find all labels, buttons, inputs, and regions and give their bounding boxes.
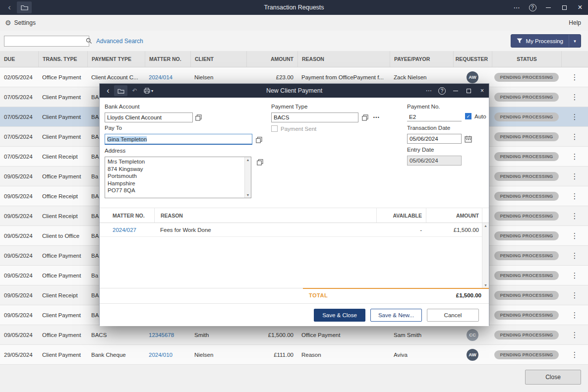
dialog-folder-icon[interactable]	[114, 85, 127, 96]
dialog-cell-amount: £1,500.00	[426, 223, 482, 236]
dialog-table-scrollbar[interactable]: ▲ ▼	[482, 223, 489, 288]
cell-trans-type: Office Payment	[38, 325, 87, 344]
transaction-date-input[interactable]	[407, 134, 462, 144]
column-header-payee-payor[interactable]: PAYEE/PAYOR	[390, 51, 453, 67]
my-processing-button[interactable]: My Processing ▾	[511, 34, 581, 48]
dialog-cell-available: -	[376, 223, 426, 236]
dialog-back-icon[interactable]: ‹	[103, 84, 114, 98]
cell-payment-type: Bank Cheque	[87, 345, 145, 364]
dialog-column-matter-no[interactable]: MATTER NO.	[100, 208, 154, 223]
dialog-column-amount[interactable]: AMOUNT	[426, 208, 482, 223]
status-badge: PENDING PROCESSING	[494, 132, 558, 141]
row-menu-icon[interactable]: ⋮	[571, 311, 579, 320]
dialog-matter-no-link[interactable]: 2024/027	[100, 223, 154, 236]
bank-account-input[interactable]	[105, 112, 193, 122]
scroll-up-icon[interactable]: ▲	[484, 224, 487, 227]
cancel-button[interactable]: Cancel	[427, 309, 479, 322]
column-header-reason[interactable]: REASON	[297, 51, 390, 67]
payment-type-more-button[interactable]: ⋯	[371, 113, 381, 121]
scroll-down-icon[interactable]: ▼	[246, 193, 250, 197]
row-menu-icon[interactable]: ⋮	[571, 291, 579, 300]
maximize-icon[interactable]	[556, 0, 572, 15]
cell-due: 07/05/2024	[0, 107, 38, 126]
toolbar: Advanced Search My Processing ▾	[0, 31, 588, 51]
table-row[interactable]: 09/05/2024 Office Payment BACS 12345678 …	[0, 325, 588, 345]
auto-checkbox-row: ✓ Auto	[465, 113, 486, 119]
table-row[interactable]: 29/05/2024 Client Payment Bank Cheque 20…	[0, 345, 588, 365]
search-input[interactable]	[4, 36, 86, 46]
payment-sent-label: Payment Sent	[281, 126, 316, 132]
cell-due: 07/05/2024	[0, 87, 38, 107]
help-menu[interactable]: Help	[569, 19, 581, 26]
dialog-more-icon[interactable]: ⋯	[422, 84, 435, 98]
column-header-amount[interactable]: AMOUNT	[246, 51, 297, 67]
row-menu-icon[interactable]: ⋮	[571, 251, 579, 260]
dialog-cell-reason: Fees for Work Done	[154, 223, 376, 236]
cell-status: PENDING PROCESSING	[492, 127, 561, 146]
dialog-maximize-icon[interactable]	[462, 84, 475, 98]
scroll-up-icon[interactable]: ▲	[246, 158, 250, 162]
row-menu-icon[interactable]: ⋮	[571, 350, 579, 359]
row-menu-icon[interactable]: ⋮	[571, 112, 579, 121]
cell-trans-type: Client Receipt	[38, 147, 87, 166]
close-button[interactable]: Close	[525, 370, 581, 385]
row-menu-icon[interactable]: ⋮	[571, 331, 579, 339]
help-icon[interactable]: ?	[525, 0, 540, 15]
dialog-column-available[interactable]: AVAILABLE	[376, 208, 426, 223]
dialog-minimize-icon[interactable]	[449, 84, 462, 98]
payment-no-label: Payment No.	[407, 104, 440, 110]
save-and-close-button[interactable]: Save & Close	[314, 309, 365, 322]
save-and-new-button[interactable]: Save & New...	[370, 309, 422, 322]
row-menu-icon[interactable]: ⋮	[571, 192, 579, 201]
row-menu-icon[interactable]: ⋮	[571, 132, 579, 141]
matter-no-link[interactable]: 2024/010	[145, 345, 190, 364]
column-header-status[interactable]: STATUS	[492, 51, 561, 67]
payment-type-lookup-icon[interactable]	[360, 113, 369, 122]
row-menu-icon[interactable]: ⋮	[571, 152, 579, 161]
row-menu-icon[interactable]: ⋮	[571, 93, 579, 102]
row-menu-icon[interactable]: ⋮	[571, 73, 579, 82]
more-icon[interactable]: ⋯	[509, 0, 525, 15]
row-menu-icon[interactable]: ⋮	[571, 172, 579, 181]
pay-to-lookup-icon[interactable]	[254, 135, 263, 144]
cell-status: PENDING PROCESSING	[492, 246, 561, 265]
payment-no-input[interactable]	[407, 112, 462, 121]
row-menu-icon[interactable]: ⋮	[571, 212, 579, 221]
row-menu-icon[interactable]: ⋮	[571, 231, 579, 240]
print-icon[interactable]: ▾	[142, 84, 155, 98]
column-header-trans-type[interactable]: TRANS. TYPE	[38, 51, 87, 67]
address-scrollbar[interactable]: ▲ ▼	[244, 157, 251, 198]
payment-sent-checkbox[interactable]	[271, 125, 278, 132]
close-icon[interactable]: ×	[572, 0, 588, 15]
minimize-icon[interactable]	[540, 0, 556, 15]
cell-payee-payor: Aviva	[390, 345, 453, 364]
undo-icon[interactable]: ↶	[128, 84, 141, 98]
pay-to-field[interactable]: Gina Templeton	[105, 134, 252, 145]
column-header-due[interactable]: DUE	[0, 51, 38, 67]
dialog-close-icon[interactable]: ×	[475, 84, 489, 98]
settings-menu[interactable]: ⚙ Settings	[5, 19, 36, 27]
dialog-column-reason[interactable]: REASON	[154, 208, 376, 223]
column-header-requester[interactable]: REQUESTER	[453, 51, 492, 67]
advanced-search-link[interactable]: Advanced Search	[96, 38, 143, 45]
dialog-help-icon[interactable]: ?	[435, 84, 449, 98]
chevron-down-icon[interactable]: ▾	[569, 35, 581, 47]
folder-icon[interactable]	[17, 1, 32, 13]
auto-checkbox[interactable]: ✓	[465, 113, 471, 119]
column-header-client[interactable]: CLIENT	[190, 51, 246, 67]
dialog-table-row[interactable]: 2024/027 Fees for Work Done - £1,500.00	[100, 223, 489, 237]
cell-payee-payor: Sam Smith	[390, 325, 453, 344]
scroll-down-icon[interactable]: ▼	[484, 283, 487, 287]
payment-type-input[interactable]	[271, 112, 358, 122]
matter-no-link[interactable]: 12345678	[145, 325, 190, 344]
bank-account-lookup-icon[interactable]	[194, 113, 203, 122]
address-lookup-icon[interactable]	[255, 158, 264, 167]
column-header-payment-type[interactable]: PAYMENT TYPE	[87, 51, 145, 67]
back-icon[interactable]: ‹	[3, 0, 16, 15]
dialog-titlebar: ‹ ↶ ▾ New Client Payment ⋯ ? ×	[100, 84, 489, 98]
search-icon[interactable]	[86, 38, 92, 44]
calendar-icon[interactable]	[464, 134, 472, 143]
column-header-matter-no[interactable]: MATTER NO.	[145, 51, 190, 67]
row-menu-icon[interactable]: ⋮	[571, 271, 579, 280]
address-field[interactable]: Mrs Templeton 874 Kingsway Portsmouth Ha…	[105, 157, 251, 198]
